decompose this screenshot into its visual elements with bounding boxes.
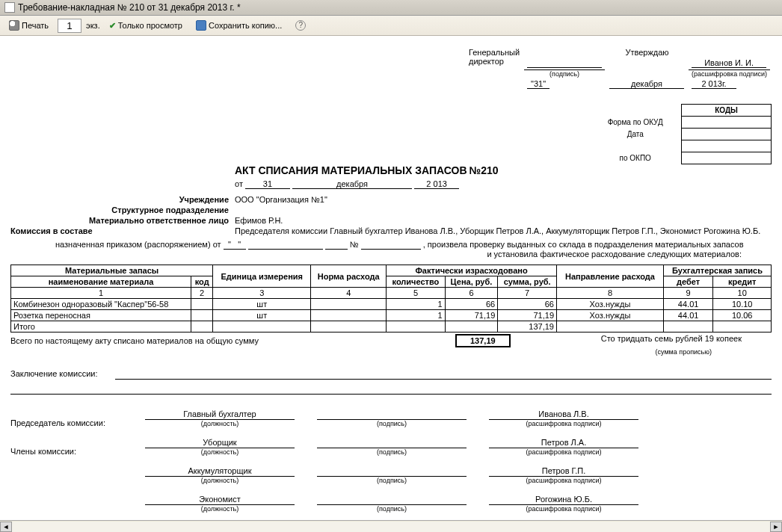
approve-name: Иванов И. И. [692,58,766,68]
table-row: Комбинезон одноразовый "Каспер"56-58 шт … [11,299,772,310]
copies-input[interactable] [58,19,81,33]
print-button[interactable]: Печать [4,18,53,33]
codes-box: КОДЫ Форма по ОКУД Дата по ОКПО [592,104,772,164]
codes-label-date: Дата [592,129,682,140]
sig-sign [317,409,467,420]
act-title: АКТ СПИСАНИЯ МАТЕРИАЛЬНЫХ ЗАПАСОВ [235,164,467,176]
order-year [325,240,348,250]
order-month [248,240,323,250]
scroll-right-button[interactable]: ► [770,522,782,532]
approve-day: "31" [527,79,549,89]
institution-value: ООО "Организация №1" [235,195,772,204]
sig-pos: Главный бухгалтер [145,409,295,420]
totals-propis: Сто тридцать семь рублей 19 копеек [601,334,742,343]
th-credit: кредит [713,276,772,288]
approve-sign-hint: (подпись) [524,69,605,78]
order-prefix: назначенная приказом (распоряжением) от [55,240,221,249]
sig-sign [317,466,467,477]
window-title: Требование-накладная № 210 от 31 декабря… [18,2,241,13]
act-date-row: от 31 декабря 2 013 [235,179,772,189]
th-sum: сумма, руб. [498,276,557,288]
table-row: Розетка переносная шт 1 71,19 71,19 Хоз.… [11,310,772,321]
print-label: Печать [22,21,49,30]
approval-block: Генеральный директор Утверждаю Иванов И.… [464,46,772,90]
codes-label-okud: Форма по ОКУД [592,117,682,129]
order-row: назначенная приказом (распоряжением) от … [10,240,772,259]
members-label: Члены комиссии: [10,447,145,456]
act-day: 31 [245,179,290,189]
codes-label-okpo: по ОКПО [592,152,682,164]
totals-propis-hint: (сумма прописью) [656,348,712,356]
act-number: 210 [481,164,498,176]
save-copy-button[interactable]: Сохранить копию... [191,18,286,33]
save-copy-label: Сохранить копию... [209,21,282,30]
th-acc: Бухгалтерская запись [663,265,771,276]
codes-label-blank [592,140,682,152]
approve-title: Утверждаю [524,48,770,57]
approve-month: декабря [609,79,684,89]
th-fact: Фактически израсходовано [387,265,557,276]
sig-name: Петров Г.П. [489,466,638,477]
commission-label: Комиссия в составе [10,226,108,235]
totals-line: Всего по настоящему акту списано материа… [10,334,772,356]
view-only-button[interactable]: ✔ Только просмотр [105,19,187,33]
conclusion-block: Заключение комиссии: [10,369,772,395]
commission-value: Председателя комиссии Главный бухгалтер … [108,226,772,235]
sig-pos: Аккумуляторщик [145,466,295,477]
th-code: код [191,276,213,288]
order-num-label: № [350,240,359,249]
order-day: " " [224,240,246,250]
sig-pos: Уборщик [145,438,295,448]
mol-label: Материально ответственное лицо [10,216,235,225]
th-qty: количество [387,276,445,288]
scroll-left-button[interactable]: ◄ [0,522,12,532]
sig-name: Иванова Л.В. [489,409,638,420]
approve-year: 2 013г. [692,79,736,89]
th-materials: Материальные запасы [11,265,213,276]
act-num-prefix: № [469,164,481,176]
act-from-label: от [235,179,243,188]
table-total-row: Итого 137,19 [11,321,772,332]
chair-label: Председатель комиссии: [10,418,145,427]
department-label: Структурное подразделение [10,205,235,214]
conclusion-line [115,369,772,380]
document-icon [4,2,15,13]
order-tail1: , произвела проверку выданных со склада … [423,240,744,249]
mol-value: Ефимов Р.Н. [235,216,772,225]
toolbar: Печать экз. ✔ Только просмотр Сохранить … [0,16,782,36]
approve-name-hint: (расшифровка подписи) [689,69,770,78]
institution-label: Учреждение [10,195,235,204]
check-icon: ✔ [109,21,116,31]
order-tail2: и установила фактическое расходование сл… [10,250,742,259]
approve-signature-line [527,58,602,68]
sig-pos: Экономист [145,495,295,505]
save-icon [196,20,206,31]
row-numbers: 1 2 3 4 5 6 7 8 9 10 [11,288,772,299]
act-month: декабря [292,179,412,189]
document-page: Генеральный директор Утверждаю Иванов И.… [0,36,782,532]
copies-unit: экз. [86,21,100,30]
th-debit: дебет [663,276,712,288]
window-titlebar: Требование-накладная № 210 от 31 декабря… [0,0,782,16]
conclusion-label: Заключение комиссии: [10,369,97,378]
sig-name: Рогожина Ю.Б. [489,495,638,505]
conclusion-line [10,384,772,395]
approver-position: Генеральный директор [466,48,523,68]
order-num [361,240,421,250]
th-unit: Единица измерения [213,265,311,288]
signatures-block: Председатель комиссии: Главный бухгалтер… [10,409,772,513]
scroll-track[interactable] [12,522,770,532]
view-only-label: Только просмотр [118,21,182,30]
materials-table: Материальные запасы Единица измерения Но… [10,265,772,332]
totals-text: Всего по настоящему акту списано материа… [10,336,259,345]
th-name: наименование материала [11,276,191,288]
horizontal-scrollbar[interactable]: ◄ ► [0,520,782,532]
th-dir: Направление расхода [557,265,664,288]
sig-name: Петров Л.А. [489,438,638,448]
totals-sum: 137,19 [455,334,511,347]
sig-sign [317,438,467,448]
th-price: Цена, руб. [445,276,498,288]
th-norm: Норма расхода [311,265,387,288]
org-info-block: УчреждениеООО "Организация №1" Структурн… [10,195,772,235]
help-button[interactable]: ? [291,18,310,33]
